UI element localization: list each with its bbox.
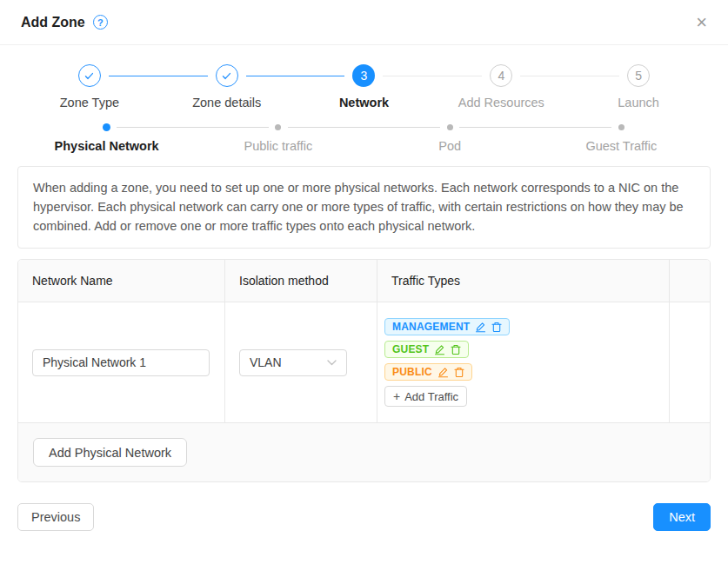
- traffic-tag-guest: GUEST: [384, 341, 469, 358]
- substep-dot: [103, 123, 110, 131]
- substep-label: Public traffic: [244, 139, 313, 153]
- add-traffic-button[interactable]: + Add Traffic: [384, 386, 467, 407]
- isolation-method-value: VLAN: [250, 355, 282, 369]
- step-launch[interactable]: 5 Launch: [570, 64, 707, 109]
- step-number: 5: [627, 64, 650, 87]
- edit-icon[interactable]: [437, 367, 449, 378]
- traffic-tag-label: MANAGEMENT: [392, 321, 470, 333]
- step-label: Zone Type: [60, 96, 119, 109]
- add-physical-network-button[interactable]: Add Physical Network: [33, 438, 187, 467]
- substep-dot: [275, 124, 281, 130]
- edit-icon[interactable]: [434, 344, 445, 355]
- step-add-resources[interactable]: 4 Add Resources: [432, 64, 570, 109]
- dialog-header: Add Zone ? ×: [0, 0, 728, 45]
- column-header-empty: [670, 260, 710, 302]
- substep-guest-traffic: Guest Traffic: [536, 123, 707, 153]
- table-row: VLAN MANAGEMENT: [18, 302, 710, 422]
- add-zone-dialog: Add Zone ? × Zone Type Zone details 3 Ne…: [0, 0, 728, 564]
- network-substeps: Physical Network Public traffic Pod Gues…: [21, 123, 707, 153]
- delete-icon[interactable]: [491, 322, 502, 333]
- step-network[interactable]: 3 Network: [296, 64, 433, 109]
- network-name-input[interactable]: [32, 349, 210, 376]
- traffic-tag-label: PUBLIC: [392, 366, 432, 378]
- table-footer: Add Physical Network: [18, 422, 710, 481]
- wizard-steps: Zone Type Zone details 3 Network 4 Add R…: [21, 64, 707, 109]
- next-button[interactable]: Next: [653, 503, 711, 531]
- cell-isolation-method: VLAN: [225, 302, 377, 422]
- step-label: Launch: [618, 96, 659, 109]
- step-check-icon: [216, 64, 238, 87]
- step-label: Network: [339, 96, 389, 109]
- step-zone-details[interactable]: Zone details: [158, 64, 296, 109]
- substep-label: Physical Network: [55, 139, 159, 153]
- edit-icon[interactable]: [475, 322, 486, 333]
- substep-dot: [618, 124, 624, 130]
- info-box: When adding a zone, you need to set up o…: [17, 166, 711, 249]
- plus-icon: +: [393, 390, 400, 402]
- substep-public-traffic: Public traffic: [192, 123, 364, 153]
- step-check-icon: [78, 64, 101, 87]
- substep-label: Pod: [438, 139, 461, 153]
- column-header-network-name: Network Name: [18, 260, 225, 302]
- traffic-tag-public: PUBLIC: [384, 363, 472, 381]
- step-number: 3: [352, 64, 375, 87]
- step-label: Zone details: [192, 96, 261, 109]
- column-header-isolation-method: Isolation method: [225, 260, 377, 302]
- substep-dot: [447, 124, 453, 130]
- dialog-actions: Previous Next: [17, 503, 711, 531]
- help-icon[interactable]: ?: [93, 15, 108, 30]
- physical-networks-table: Network Name Isolation method Traffic Ty…: [17, 259, 711, 482]
- table-header-row: Network Name Isolation method Traffic Ty…: [18, 260, 710, 302]
- substep-physical-network: Physical Network: [21, 123, 192, 153]
- cell-traffic-types: MANAGEMENT GUEST: [377, 302, 670, 422]
- column-header-traffic-types: Traffic Types: [377, 260, 670, 302]
- dialog-title: Add Zone: [21, 15, 85, 30]
- traffic-tag-management: MANAGEMENT: [384, 318, 510, 335]
- delete-icon[interactable]: [454, 367, 464, 378]
- add-traffic-label: Add Traffic: [404, 390, 458, 403]
- close-icon[interactable]: ×: [696, 13, 707, 32]
- cell-actions-empty: [670, 302, 710, 422]
- traffic-type-list: MANAGEMENT GUEST: [384, 318, 510, 407]
- previous-button[interactable]: Previous: [17, 503, 94, 531]
- chevron-down-icon: [327, 360, 337, 366]
- isolation-method-select[interactable]: VLAN: [239, 349, 347, 376]
- delete-icon[interactable]: [451, 344, 461, 355]
- cell-network-name: [18, 302, 225, 422]
- traffic-tag-label: GUEST: [392, 343, 429, 355]
- step-zone-type[interactable]: Zone Type: [21, 64, 158, 109]
- step-label: Add Resources: [458, 96, 544, 109]
- substep-pod: Pod: [364, 123, 536, 153]
- step-number: 4: [490, 64, 512, 87]
- substep-label: Guest Traffic: [585, 139, 657, 153]
